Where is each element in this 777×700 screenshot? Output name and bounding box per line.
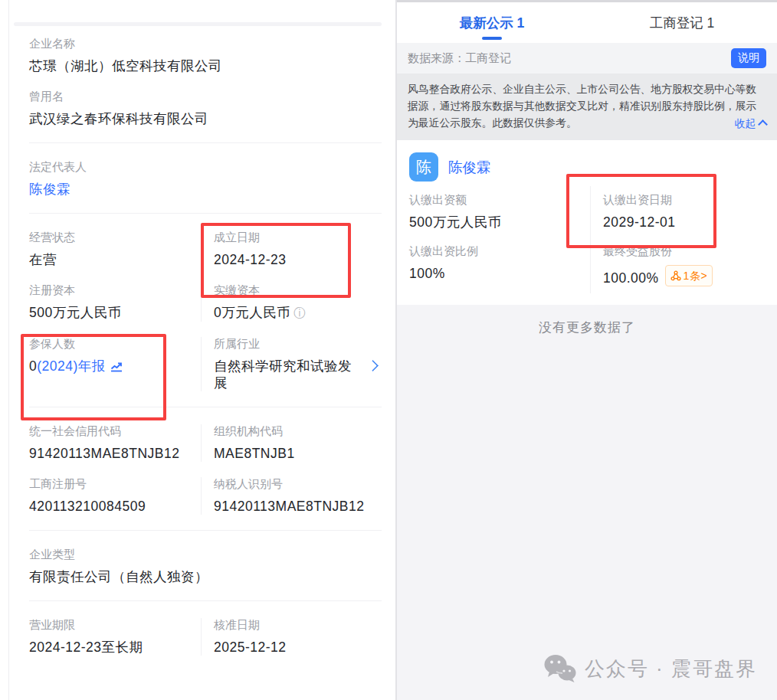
field-insured-count: 参保人数 0(2024)年报 [29, 337, 201, 391]
field-value: 有限责任公司（自然人独资） [29, 568, 382, 585]
list-end-area: 没有更多数据了 公众号 · 震哥盘界 [397, 305, 777, 700]
field-org-code: 组织机构代码 MAE8TNJB1 [201, 424, 382, 462]
share-network-icon [670, 270, 681, 281]
field-credit-code: 统一社会信用代码 91420113MAE8TNJB12 [29, 424, 201, 462]
field-label: 最终受益股份 [603, 244, 777, 258]
chevron-up-icon [758, 119, 768, 129]
field-value: 芯璟（湖北）低空科技有限公司 [29, 57, 382, 74]
field-value: 2025-12-12 [214, 639, 382, 656]
field-value: 91420113MAE8TNJB12 [29, 445, 201, 462]
section-divider [29, 213, 382, 214]
field-label: 曾用名 [29, 90, 382, 103]
field-label: 营业期限 [29, 618, 201, 632]
field-value: 2029-12-01 [603, 214, 777, 231]
field-label: 组织机构代码 [214, 424, 382, 438]
field-label: 注册资本 [29, 283, 201, 297]
field-label: 纳税人识别号 [214, 477, 382, 491]
field-business-term: 营业期限 2024-12-23至长期 [29, 618, 201, 656]
field-beneficial-share: 最终受益股份 100.00%1条> [590, 237, 777, 293]
section-divider [29, 142, 382, 143]
field-label: 企业名称 [29, 37, 382, 51]
field-label: 成立日期 [214, 231, 382, 244]
watermark: 公众号 · 震哥盘界 [543, 654, 757, 683]
section-divider [29, 530, 382, 531]
tab-latest-disclosure[interactable]: 最新公示 1 [397, 14, 587, 32]
field-label: 工商注册号 [29, 477, 201, 491]
trend-chart-icon [110, 361, 123, 372]
field-value: 500万元人民币 [29, 304, 201, 321]
field-taxpayer-id: 纳税人识别号 91420113MAE8TNJB12 [201, 477, 382, 515]
info-icon[interactable]: ⓘ [293, 306, 307, 319]
app-screenshot: 企业名称 芯璟（湖北）低空科技有限公司 曾用名 武汉绿之春环保科技有限公司 法定… [0, 0, 777, 700]
field-status: 经营状态 在营 [29, 231, 201, 268]
data-source-label: 数据来源：工商登记 [408, 51, 511, 66]
field-reg-number: 工商注册号 420113210084509 [29, 477, 201, 515]
field-reg-capital: 注册资本 500万元人民币 [29, 283, 201, 322]
field-label: 参保人数 [29, 337, 201, 351]
field-industry[interactable]: 所属行业 自然科学研究和试验发展 [201, 337, 382, 391]
wechat-icon [543, 654, 577, 683]
legal-rep-link[interactable]: 陈俊霖 [29, 182, 70, 197]
company-info-panel: 企业名称 芯璟（湖北）低空科技有限公司 曾用名 武汉绿之春环保科技有限公司 法定… [9, 0, 395, 700]
field-value: MAE8TNJB1 [214, 445, 382, 462]
collapse-link[interactable]: 收起 [734, 116, 766, 132]
shareholder-avatar: 陈 [409, 152, 438, 182]
watermark-text: 公众号 · 震哥盘界 [585, 656, 757, 682]
field-label: 认缴出资日期 [603, 193, 777, 207]
field-value: 0万元人民币ⓘ [214, 304, 382, 322]
field-establish-date: 成立日期 2024-12-23 [201, 231, 382, 268]
field-label: 法定代表人 [29, 160, 382, 174]
annual-report-link[interactable]: (2024)年报 [37, 358, 106, 374]
field-label: 核准日期 [214, 618, 382, 632]
field-company-type: 企业类型 有限责任公司（自然人独资） [29, 548, 382, 585]
no-more-data-text: 没有更多数据了 [397, 319, 777, 336]
field-value: 武汉绿之春环保科技有限公司 [29, 110, 382, 127]
field-label: 认缴出资额 [409, 193, 590, 207]
beneficial-share-badge[interactable]: 1条> [665, 265, 713, 286]
shareholder-panel: 最新公示 1 工商登记 1 数据来源：工商登记 说明 风鸟整合政府公示、企业自主… [397, 0, 777, 700]
field-value: 420113210084509 [29, 498, 201, 515]
field-value: 自然科学研究和试验发展 [214, 358, 362, 391]
shareholder-row[interactable]: 陈 陈俊霖 [397, 152, 777, 182]
field-paid-ratio: 认缴出资比例 100% [409, 237, 590, 293]
active-tab-underline [482, 37, 502, 40]
shareholder-name-link[interactable]: 陈俊霖 [448, 158, 491, 177]
data-source-notice: 风鸟整合政府公示、企业自主公示、上市公司公告、地方股权交易中心等数据源，通过将股… [397, 74, 777, 140]
field-label: 统一社会信用代码 [29, 424, 201, 438]
field-label: 经营状态 [29, 231, 201, 244]
field-value: 91420113MAE8TNJB12 [214, 498, 382, 515]
field-company-name: 企业名称 芯璟（湖北）低空科技有限公司 [29, 37, 382, 74]
field-value: 100% [409, 265, 590, 282]
field-label: 认缴出资比例 [409, 244, 590, 258]
field-value: 2024-12-23至长期 [29, 639, 201, 656]
explain-button[interactable]: 说明 [731, 48, 766, 68]
section-divider [29, 407, 382, 407]
card-top-strip [14, 22, 382, 26]
notice-text: 风鸟整合政府公示、企业自主公示、上市公司公告、地方股权交易中心等数据源，通过将股… [408, 81, 766, 131]
field-paid-amount: 认缴出资额 500万元人民币 [409, 186, 590, 237]
field-label: 实缴资本 [214, 283, 382, 297]
field-value: 在营 [29, 251, 201, 268]
section-divider [29, 600, 382, 601]
field-label: 所属行业 [214, 337, 362, 351]
shareholder-fields: 认缴出资额 500万元人民币 认缴出资日期 2029-12-01 认缴出资比例 … [397, 186, 777, 293]
chevron-right-icon [367, 360, 379, 372]
field-former-name: 曾用名 武汉绿之春环保科技有限公司 [29, 90, 382, 127]
field-legal-rep: 法定代表人 陈俊霖 [29, 160, 382, 198]
field-paid-capital: 实缴资本 0万元人民币ⓘ [201, 283, 382, 322]
field-value: 500万元人民币 [409, 214, 590, 231]
field-value: 2024-12-23 [214, 251, 382, 268]
tab-business-registration[interactable]: 工商登记 1 [587, 14, 777, 32]
field-value: 100.00%1条> [603, 265, 777, 286]
shareholder-tabs: 最新公示 1 工商登记 1 [397, 2, 777, 43]
data-source-bar: 数据来源：工商登记 说明 [397, 43, 777, 74]
field-value: 0(2024)年报 [29, 358, 201, 375]
field-approval-date: 核准日期 2025-12-12 [201, 618, 382, 656]
field-paid-date: 认缴出资日期 2029-12-01 [590, 186, 777, 237]
field-label: 企业类型 [29, 548, 382, 561]
